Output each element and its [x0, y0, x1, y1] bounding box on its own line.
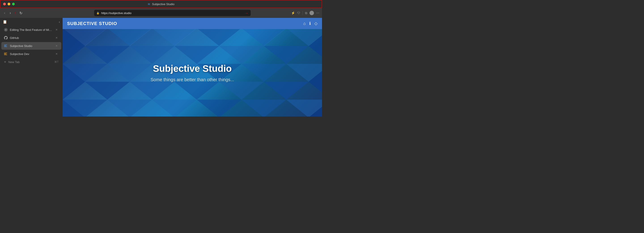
- window-title: Subjective Studio: [152, 2, 174, 6]
- svg-marker-4: [130, 46, 174, 64]
- shield-icon[interactable]: 🛡: [297, 11, 300, 15]
- tab-subjective-studio[interactable]: Subjective Studio ✕: [1, 42, 61, 50]
- svg-marker-30: [242, 100, 286, 117]
- close-button[interactable]: [3, 3, 6, 5]
- sidebar-calendar-icon[interactable]: 📋: [3, 20, 7, 24]
- sidebar-header: 📋 ‹: [0, 18, 62, 26]
- svg-marker-19: [174, 82, 219, 100]
- tab-subjective-dev[interactable]: Subjective Dev ✕: [1, 50, 61, 58]
- tab-label-subjective-studio: Subjective Studio: [10, 44, 52, 48]
- svg-marker-2: [85, 46, 130, 64]
- tab-icon-github: [4, 36, 8, 40]
- nav-right-icons: ⚡ 🛡 ⧉ ⋯: [291, 11, 319, 15]
- site-header: SUBJECTIVE STUDIO ⌂ ℹ ◇: [62, 18, 322, 29]
- svg-marker-9: [242, 29, 286, 46]
- nav-divider: [302, 11, 303, 15]
- new-tab-button[interactable]: + New Tab ⌘T: [1, 58, 61, 66]
- svg-marker-29: [197, 100, 242, 117]
- more-button[interactable]: ⋯: [316, 11, 319, 15]
- recording-dot: ●: [5, 28, 6, 31]
- tab-icon-subjective-dev: [4, 52, 8, 56]
- svg-marker-23: [264, 82, 308, 100]
- nav-bar: ‹ › ↑ ↻ 🔒 https://subjective.studio → ⚡ …: [0, 8, 322, 18]
- svg-marker-1: [107, 29, 152, 46]
- info-icon[interactable]: ℹ: [309, 21, 311, 26]
- tab-label-github: GitHub: [10, 36, 52, 40]
- sidebar: 📋 ‹ ● Editing The Best Feature of Mi… ✕ …: [0, 18, 62, 116]
- lock-icon: 🔒: [96, 12, 100, 14]
- svg-marker-5: [152, 29, 197, 46]
- home-icon[interactable]: ⌂: [303, 21, 306, 26]
- hero-text: Subjective Studio Some things are better…: [150, 63, 234, 82]
- tab-editing[interactable]: ● Editing The Best Feature of Mi… ✕: [1, 26, 61, 34]
- forward-button[interactable]: ›: [8, 10, 12, 16]
- svg-marker-28: [152, 100, 197, 117]
- tab-github[interactable]: GitHub ✕: [1, 34, 61, 42]
- maximize-button[interactable]: [12, 3, 15, 5]
- url-text: https://subjective.studio: [101, 12, 240, 15]
- svg-marker-14: [107, 64, 152, 82]
- right-arrow-annotation: →: [244, 10, 248, 16]
- content-area: SUBJECTIVE STUDIO ⌂ ℹ ◇: [62, 18, 322, 116]
- title-bar-icon: ≋: [148, 2, 150, 6]
- hero-section: Subjective Studio Some things are better…: [62, 29, 322, 116]
- tab-label-subjective-dev: Subjective Dev: [10, 52, 52, 56]
- copy-icon[interactable]: ⧉: [305, 11, 307, 15]
- reload-button[interactable]: ↻: [18, 10, 24, 16]
- svg-marker-27: [107, 100, 152, 117]
- tab-icon-subjective-studio: [4, 44, 8, 48]
- minimize-button[interactable]: [8, 3, 10, 5]
- sidebar-collapse-button[interactable]: ‹: [59, 20, 60, 24]
- hero-subtitle: Some things are better than other things…: [150, 77, 234, 82]
- hero-title: Subjective Studio: [150, 63, 234, 74]
- upload-arrow-up: ↑: [14, 11, 16, 15]
- window-title-area: ≋ Subjective Studio: [148, 2, 174, 6]
- site-header-icons: ⌂ ℹ ◇: [303, 21, 318, 26]
- avatar[interactable]: [310, 11, 314, 15]
- svg-marker-6: [174, 46, 219, 64]
- tab-close-subjective-studio[interactable]: ✕: [54, 44, 58, 48]
- address-bar[interactable]: 🔒 https://subjective.studio →: [94, 10, 251, 16]
- site-title: SUBJECTIVE STUDIO: [67, 21, 117, 26]
- svg-marker-7: [197, 29, 242, 46]
- svg-marker-15: [85, 82, 130, 100]
- svg-marker-21: [219, 82, 264, 100]
- tab-icon-editing: ●: [4, 28, 8, 32]
- upload-area: ↑: [14, 11, 16, 15]
- back-button[interactable]: ‹: [3, 10, 6, 16]
- tab-label-editing: Editing The Best Feature of Mi…: [10, 28, 52, 32]
- svg-marker-22: [242, 64, 286, 82]
- title-bar: ≋ Subjective Studio: [0, 0, 322, 8]
- svg-marker-10: [264, 46, 308, 64]
- tab-close-subjective-dev[interactable]: ✕: [54, 52, 58, 56]
- svg-marker-8: [219, 46, 264, 64]
- main-layout: 📋 ‹ ● Editing The Best Feature of Mi… ✕ …: [0, 18, 322, 116]
- new-tab-shortcut: ⌘T: [54, 60, 58, 64]
- tab-close-github[interactable]: ✕: [54, 36, 58, 40]
- tab-close-editing[interactable]: ✕: [54, 28, 58, 32]
- new-tab-label: New Tab: [8, 60, 20, 64]
- extensions-icon[interactable]: ⚡: [291, 11, 295, 15]
- traffic-lights: [3, 3, 15, 5]
- new-tab-plus-icon: +: [4, 60, 6, 64]
- svg-marker-17: [130, 82, 174, 100]
- tag-icon[interactable]: ◇: [314, 21, 318, 26]
